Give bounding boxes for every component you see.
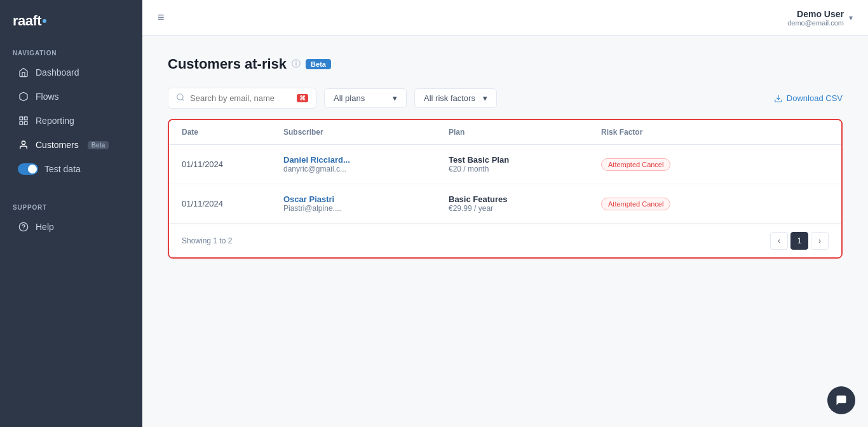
svg-rect-3 [20, 121, 23, 125]
sidebar-item-help-label: Help [36, 222, 54, 232]
row1-plan-price: €20 / month [449, 165, 601, 173]
chat-icon [835, 394, 848, 407]
logo-dot [43, 19, 46, 23]
row2-subscriber-name[interactable]: Oscar Piastri [283, 194, 449, 204]
sidebar-item-reporting-label: Reporting [36, 116, 74, 126]
test-data-toggle[interactable] [18, 163, 38, 175]
sidebar-logo: raaft [0, 0, 142, 39]
pagination-row: Showing 1 to 2 ‹ 1 › [169, 224, 841, 257]
prev-page-button[interactable]: ‹ [770, 232, 788, 250]
risk-factors-filter-label: All risk factors [424, 93, 475, 103]
user-menu[interactable]: Demo User demo@email.com ▾ [787, 9, 853, 27]
row2-date: 01/11/2024 [182, 199, 283, 208]
plans-filter[interactable]: All plans ▾ [324, 88, 407, 108]
test-data-toggle-row: Test data [5, 158, 137, 180]
svg-point-4 [22, 141, 25, 144]
showing-text: Showing 1 to 2 [182, 236, 232, 245]
table-row: 01/11/2024 Daniel Ricciard... danyric@gm… [169, 145, 841, 184]
col-subscriber: Subscriber [283, 128, 449, 137]
sidebar-item-dashboard-label: Dashboard [36, 67, 79, 78]
page-title: Customers at-risk [168, 56, 287, 72]
user-menu-chevron-icon: ▾ [849, 13, 853, 22]
row1-plan: Test Basic Plan €20 / month [449, 155, 601, 173]
support-section-label: SUPPORT [0, 194, 142, 215]
menu-icon[interactable]: ≡ [158, 11, 165, 24]
sidebar: raaft NAVIGATION Dashboard Flows Reporti… [0, 0, 142, 427]
filters-row: ⌘ All plans ▾ All risk factors ▾ Downloa… [168, 88, 843, 109]
user-name: Demo User [787, 9, 844, 19]
help-icon [18, 221, 29, 233]
row1-date: 01/11/2024 [182, 159, 283, 169]
nav-section-label: NAVIGATION [0, 39, 142, 60]
search-icon [176, 93, 185, 104]
sidebar-item-customers[interactable]: Customers Beta [5, 133, 137, 156]
row1-subscriber-email: danyric@gmail.c... [283, 165, 449, 173]
reporting-icon [18, 115, 29, 126]
col-date: Date [182, 128, 283, 137]
chat-bubble-button[interactable] [827, 386, 855, 414]
plans-filter-chevron-icon: ▾ [393, 93, 397, 103]
download-icon [774, 94, 783, 103]
topbar: ≡ Demo User demo@email.com ▾ [142, 0, 868, 36]
col-risk-factor: Risk Factor [601, 128, 829, 137]
sidebar-item-reporting[interactable]: Reporting [5, 109, 137, 132]
test-data-label: Test data [44, 164, 81, 174]
page-title-info-icon[interactable]: ⓘ [292, 58, 301, 70]
home-icon [18, 67, 29, 78]
flows-icon [18, 91, 29, 102]
page-title-beta-badge: Beta [306, 59, 331, 69]
support-section: SUPPORT Help [0, 194, 142, 239]
page-title-row: Customers at-risk ⓘ Beta [168, 56, 843, 72]
sidebar-item-help[interactable]: Help [5, 215, 137, 238]
risk-factors-filter[interactable]: All risk factors ▾ [414, 88, 497, 108]
row1-subscriber: Daniel Ricciard... danyric@gmail.c... [283, 155, 449, 173]
row1-subscriber-name[interactable]: Daniel Ricciard... [283, 155, 449, 165]
pagination-controls: ‹ 1 › [770, 232, 829, 250]
sidebar-item-customers-label: Customers [36, 140, 79, 150]
row1-risk-badge: Attempted Cancel [601, 158, 670, 171]
brand-name: raaft [13, 13, 41, 29]
svg-point-7 [177, 94, 183, 100]
table-header: Date Subscriber Plan Risk Factor [169, 120, 841, 145]
plans-filter-label: All plans [334, 93, 365, 103]
search-input[interactable] [190, 93, 292, 103]
row1-plan-name: Test Basic Plan [449, 155, 601, 165]
download-csv-label: Download CSV [787, 93, 843, 103]
row2-subscriber-email: Piastri@alpine.... [283, 204, 449, 213]
customers-beta-badge: Beta [88, 141, 109, 149]
svg-rect-0 [20, 117, 23, 120]
search-box[interactable]: ⌘ [168, 88, 316, 109]
table-row: 01/11/2024 Oscar Piastri Piastri@alpine.… [169, 184, 841, 224]
next-page-button[interactable]: › [811, 232, 829, 250]
row2-risk-factor-cell: Attempted Cancel [601, 198, 829, 210]
row1-risk-factor-cell: Attempted Cancel [601, 158, 829, 171]
customers-icon [18, 139, 29, 151]
row2-plan: Basic Features €29.99 / year [449, 194, 601, 213]
svg-rect-2 [24, 121, 27, 125]
page-1-button[interactable]: 1 [790, 232, 808, 250]
row2-subscriber: Oscar Piastri Piastri@alpine.... [283, 194, 449, 213]
user-info: Demo User demo@email.com [787, 9, 844, 27]
download-csv-button[interactable]: Download CSV [774, 93, 843, 103]
row2-plan-name: Basic Features [449, 194, 601, 204]
sidebar-item-flows[interactable]: Flows [5, 85, 137, 108]
row2-risk-badge: Attempted Cancel [601, 198, 670, 210]
search-tag-icon: ⌘ [297, 94, 308, 102]
content-area: Customers at-risk ⓘ Beta ⌘ All plans ▾ A… [142, 36, 868, 427]
sidebar-item-flows-label: Flows [36, 92, 59, 102]
svg-rect-1 [24, 117, 27, 120]
row2-plan-price: €29.99 / year [449, 204, 601, 213]
col-plan: Plan [449, 128, 601, 137]
sidebar-item-dashboard[interactable]: Dashboard [5, 61, 137, 84]
risk-factors-chevron-icon: ▾ [483, 93, 487, 103]
main-area: ≡ Demo User demo@email.com ▾ Customers a… [142, 0, 868, 427]
customers-table: Date Subscriber Plan Risk Factor 01/11/2… [168, 119, 843, 259]
user-email: demo@email.com [787, 19, 844, 27]
